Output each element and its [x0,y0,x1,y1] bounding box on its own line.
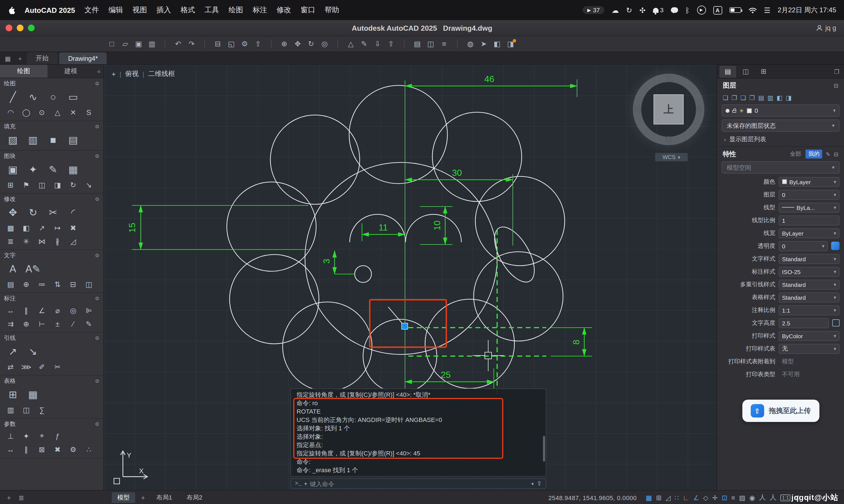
add-palette-icon[interactable]: + [4,494,13,502]
filter-all-button[interactable]: 全部 [787,149,804,159]
menu-文件[interactable]: 文件 [85,5,99,15]
bluetooth-icon[interactable]: ᛒ [685,6,690,14]
zoom-button[interactable] [28,24,35,31]
plot-preview-icon[interactable]: ◱ [226,38,237,49]
drawing-tab[interactable]: Drawing4* [59,52,107,64]
array-icon[interactable]: ▩ [3,221,18,234]
polar-tracking-icon[interactable]: ∠ [693,494,699,502]
pan-icon[interactable]: ✥ [292,38,303,49]
multileader-icon[interactable]: ↗ [3,344,22,359]
notification-bell-icon[interactable]: 3 [653,7,663,13]
infer-constraints-icon[interactable]: ◿ [666,494,671,502]
page-setup-icon[interactable]: ⚙ [239,38,250,49]
layer-state-dropdown[interactable]: 未保存的图层状态 ▾ [722,120,840,132]
fillet-icon[interactable]: ◜ [64,205,83,220]
grip-point[interactable] [402,323,408,329]
layer-isolate-icon[interactable]: ◧ [777,94,783,101]
stretch-icon[interactable]: ↦ [50,221,65,234]
line-icon[interactable]: ╱ [3,89,22,105]
align-leaders-icon[interactable]: ⇄ [3,361,18,373]
space-dropdown[interactable]: 模型空间 ▾ [722,161,840,174]
selection-cycling-icon[interactable]: ◉ [749,494,755,502]
wcs-dropdown[interactable]: WCS▾ [655,153,688,161]
rectangle-icon[interactable]: ▭ [64,89,83,105]
minimize-button[interactable] [17,24,23,31]
polyline-icon[interactable]: ∿ [23,89,42,105]
object-snap-icon[interactable]: ⊡ [722,494,727,502]
command-options-icon[interactable]: ▾ [304,481,307,486]
viewcube[interactable]: 北 南 西 东 上 [633,74,704,145]
multileader-style-icon[interactable]: ✐ [35,361,49,373]
close-button[interactable] [5,24,12,31]
aligned-parameter-icon[interactable]: ∥ [19,443,34,455]
settings-gear-icon[interactable]: ⚙ [95,335,100,341]
layout1-tab[interactable]: 布局1 [151,492,178,503]
layer-state-icon[interactable]: ❐ [732,94,737,101]
lineweight-display-icon[interactable]: ≡ [731,494,735,502]
settings-gear-icon[interactable]: ⚙ [95,378,100,384]
menu-修改[interactable]: 修改 [277,5,291,15]
render-icon[interactable]: ◍ [465,38,476,49]
edit-attributes-icon[interactable]: ✎ [43,162,63,178]
open-drawing-icon[interactable]: ▱ [120,38,131,49]
panel-anchor-icon[interactable]: ⊟ [834,82,839,88]
baseline-dimension-icon[interactable]: ⊫ [82,304,96,317]
cloud-icon[interactable]: ☁ [612,6,619,14]
linear-parameter-icon[interactable]: ↔ [3,443,18,455]
publish-icon[interactable]: ⇪ [252,38,264,49]
chamfer-icon[interactable]: ◿ [66,235,81,247]
undo-icon[interactable]: ↶ [173,38,184,49]
viewcube-north[interactable]: 北 [665,74,672,84]
app-status-icon[interactable]: ✣ [639,6,646,14]
cell-style-icon[interactable]: ◫ [19,403,34,416]
break-icon[interactable]: ∦ [50,235,65,247]
delete-constraints-icon[interactable]: ✖ [50,443,65,455]
new-tab-icon[interactable]: + [15,53,26,64]
menu-插入[interactable]: 插入 [157,5,171,15]
wifi-icon[interactable] [748,7,757,13]
export-table-icon[interactable]: ▥ [3,403,18,416]
layers-panel-tab[interactable]: ▤ [719,66,736,77]
delete-layer-icon[interactable]: ❒ [749,94,755,101]
annotation-visibility-icon[interactable]: 人 [759,493,766,502]
export-block-icon[interactable]: ↘ [82,179,96,191]
trial-notification-icon[interactable]: ◨ [505,38,516,49]
scale-text-icon[interactable]: ⊟ [66,278,81,290]
viewcube-east[interactable]: 东 [696,104,703,114]
settings-gear-icon[interactable]: ⚙ [95,153,100,159]
point-icon[interactable]: ⊙ [35,106,49,118]
arc-icon[interactable]: ◠ [3,106,18,118]
palette-tab-model[interactable]: 建模 [47,65,94,77]
infer-constraints-icon[interactable]: ∴ [82,443,96,455]
ortho-mode-icon[interactable]: ∟ [683,494,689,502]
continue-dimension-icon[interactable]: ⇉ [3,318,18,330]
text-columns-icon[interactable]: ◫ [82,278,96,290]
property-value-dropdown[interactable]: ByColor▾ [779,331,840,341]
center-mark-icon[interactable]: ⊕ [19,318,34,330]
new-layout-icon[interactable]: + [139,494,147,502]
viewport-view-control[interactable]: 俯视 [125,69,139,79]
settings-gear-icon[interactable]: ⚙ [95,196,100,202]
table-icon[interactable]: ⊞ [3,387,22,402]
add-leader-icon[interactable]: ↘ [23,344,42,359]
command-expand-icon[interactable]: ▾ [531,481,534,486]
properties-panel-tab[interactable]: ◫ [737,66,754,77]
property-value-dropdown[interactable]: 1:1▾ [779,305,840,315]
ellipse-icon[interactable]: ◯ [19,106,34,118]
justify-text-icon[interactable]: ⇅ [50,278,65,290]
layout2-tab[interactable]: 布局2 [181,492,208,503]
app-name[interactable]: AutoCAD 2025 [24,6,75,14]
plot-icon[interactable]: ⊟ [212,38,224,49]
menu-编辑[interactable]: 编辑 [109,5,123,15]
property-value-dropdown[interactable]: 2.5 [779,318,829,328]
transparency-display-icon[interactable]: ▨ [739,494,745,502]
panel-anchor-icon[interactable]: ⊟ [834,151,839,157]
viewcube-top-face[interactable]: 上 [653,94,684,124]
snap-mode-icon[interactable]: ⊞ [656,494,662,502]
attach-reference-icon[interactable]: ◨ [50,179,65,191]
block-editor-icon[interactable]: ◫ [35,179,49,191]
zoom-icon[interactable]: ⊕ [279,38,290,49]
transparency-icon[interactable] [831,242,840,250]
edit-properties-icon[interactable]: ✎ [826,151,830,157]
tool-palettes-icon[interactable]: ◫ [425,38,436,49]
